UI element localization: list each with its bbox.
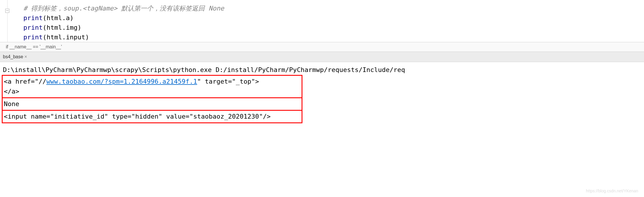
output-block-3: <input name="initiative_id" type="hidden… [2,111,302,123]
fold-marker-icon[interactable] [5,9,9,13]
paren: ) [85,34,89,41]
arg: html.a [46,14,69,22]
print-keyword: print [23,34,43,41]
run-tab[interactable]: bs4_base× [2,53,28,61]
paren: ) [77,24,81,31]
code-line-2[interactable]: print(html.img) [0,23,644,32]
paren: ( [43,24,46,31]
print-keyword: print [23,24,43,31]
paren: ( [43,14,46,22]
breadcrumb[interactable]: if __name__ == '__main__' [0,42,644,52]
code-editor-pane[interactable]: # 得到标签，soup.<tagName> 默认第一个，没有该标签返回 None… [0,0,644,42]
tab-label: bs4_base [3,54,23,59]
code-line-1[interactable]: print(html.a) [0,13,644,23]
output-link[interactable]: www.taobao.com/?spm=1.2164996.a21459f.1 [46,78,197,85]
print-keyword: print [23,14,43,22]
output-text-suffix: " target="_top"> [197,78,259,85]
output-block-1: <a href="//www.taobao.com/?spm=1.2164996… [2,75,302,98]
code-line-3[interactable]: print(html.input) [0,32,644,42]
code-line-comment[interactable]: # 得到标签，soup.<tagName> 默认第一个，没有该标签返回 None [0,3,644,13]
gutter-line [7,0,8,42]
execution-path: D:\install\PyCharm\PyCharmwp\scrapy\Scri… [3,66,405,73]
paren: ( [43,34,46,41]
output-text-close: </a> [4,88,19,95]
console-output[interactable]: D:\install\PyCharm\PyCharmwp\scrapy\Scri… [0,62,644,126]
output-text-prefix: <a href="// [4,78,46,85]
arg: html.img [46,24,77,31]
close-icon[interactable]: × [24,54,27,59]
output-text: None [4,100,19,108]
arg: html.input [46,34,85,41]
paren: ) [70,14,74,22]
run-tab-bar: bs4_base× [0,52,644,62]
output-text: <input name="initiative_id" type="hidden… [4,113,271,120]
breadcrumb-item: if __name__ == '__main__' [6,44,62,49]
output-block-2: None [2,98,302,111]
comment-text: # 得到标签，soup.<tagName> 默认第一个，没有该标签返回 None [23,5,224,12]
